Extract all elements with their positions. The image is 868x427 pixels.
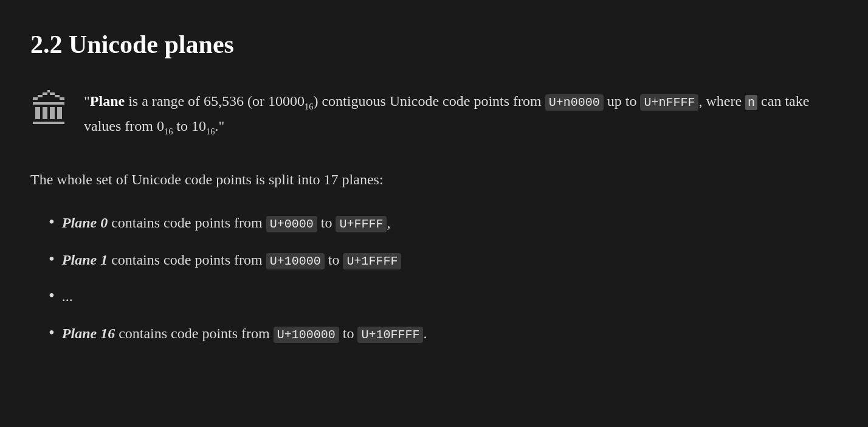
temple-icon: 🏛 (30, 92, 69, 131)
code-un0000: U+n0000 (545, 94, 604, 111)
code-100000: U+100000 (274, 327, 339, 343)
list-item: ... (49, 282, 838, 310)
blockquote-text: "Plane is a range of 65,536 (or 1000016)… (84, 89, 838, 139)
list-item: Plane 0 contains code points from U+0000… (49, 209, 838, 236)
list-item: Plane 16 contains code points from U+100… (49, 319, 838, 347)
intro-paragraph: The whole set of Unicode code points is … (30, 168, 838, 191)
list-item-content: Plane 1 contains code points from U+1000… (62, 248, 402, 271)
plane-label-1: Plane 1 (62, 252, 108, 268)
page-title: 2.2 Unicode planes (30, 24, 838, 65)
code-unffff: U+nFFFF (640, 94, 698, 111)
plane-label-0: Plane 0 (62, 215, 108, 231)
code-1ffff: U+1FFFF (343, 253, 401, 269)
code-10ffff: U+10FFFF (357, 327, 423, 343)
list-item-ellipsis: ... (62, 285, 73, 308)
list-item-content: Plane 0 contains code points from U+0000… (62, 211, 391, 234)
code-n: n (745, 95, 757, 110)
code-0000: U+0000 (266, 216, 317, 232)
list-item: Plane 1 contains code points from U+1000… (49, 246, 838, 273)
list-item-content: Plane 16 contains code points from U+100… (62, 322, 427, 345)
plane-bold: Plane (90, 93, 125, 109)
code-ffff: U+FFFF (336, 216, 387, 232)
blockquote-section: 🏛 "Plane is a range of 65,536 (or 100001… (30, 89, 838, 139)
planes-list: Plane 0 contains code points from U+0000… (30, 209, 838, 347)
code-10000: U+10000 (266, 253, 325, 269)
plane-label-16: Plane 16 (62, 325, 115, 341)
